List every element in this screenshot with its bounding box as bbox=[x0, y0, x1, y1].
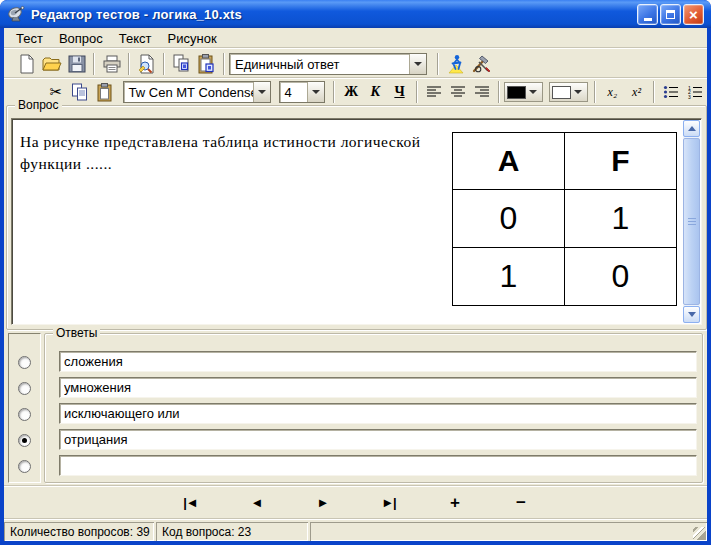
align-center-icon bbox=[450, 85, 466, 99]
italic-icon: К bbox=[371, 84, 381, 100]
subscript-button[interactable]: x₂ bbox=[600, 80, 624, 104]
print-button[interactable] bbox=[99, 52, 124, 76]
new-test-button[interactable] bbox=[14, 52, 39, 76]
run-test-icon bbox=[446, 54, 466, 74]
last-question-button[interactable]: ►| bbox=[375, 492, 403, 514]
question-scrollbar[interactable] bbox=[683, 120, 700, 323]
svg-text:3: 3 bbox=[688, 94, 691, 100]
font-color-swatch bbox=[507, 86, 526, 99]
app-window: Редактор тестов - логика_10.xts × Тест В… bbox=[0, 0, 711, 545]
maximize-button[interactable] bbox=[660, 4, 681, 25]
bullet-list-icon bbox=[663, 85, 679, 99]
answers-group-label: Ответы bbox=[53, 326, 100, 340]
answer-input-4[interactable] bbox=[59, 429, 697, 450]
status-question-code: Код вопроса: 23 bbox=[156, 522, 308, 541]
toolbar-separator bbox=[498, 81, 500, 103]
chevron-down-icon[interactable] bbox=[307, 82, 324, 102]
numbered-list-icon: 123 bbox=[687, 85, 703, 99]
answer-radio-5[interactable] bbox=[18, 460, 31, 473]
toolbar-separator bbox=[653, 81, 655, 103]
toolbar-separator bbox=[416, 81, 418, 103]
align-right-button[interactable] bbox=[470, 80, 494, 104]
chevron-down-icon[interactable] bbox=[253, 82, 270, 102]
scroll-up-button[interactable] bbox=[683, 120, 700, 137]
open-test-button[interactable] bbox=[39, 52, 64, 76]
align-center-button[interactable] bbox=[446, 80, 470, 104]
paste-button[interactable] bbox=[92, 80, 116, 104]
copy-question-icon bbox=[172, 54, 192, 74]
chevron-up-icon bbox=[688, 126, 696, 131]
answer-type-select[interactable]: Единичный ответ bbox=[229, 53, 427, 75]
answer-radio-4[interactable] bbox=[18, 434, 31, 447]
font-size-select[interactable]: 4 bbox=[279, 81, 325, 103]
minimize-button[interactable] bbox=[637, 4, 658, 25]
italic-button[interactable]: К bbox=[363, 80, 387, 104]
preview-page-icon bbox=[137, 54, 157, 74]
answer-radio-1[interactable] bbox=[18, 356, 31, 369]
menu-item-picture[interactable]: Рисунок bbox=[160, 29, 225, 48]
resize-grip[interactable] bbox=[693, 527, 706, 540]
copy-question-button[interactable] bbox=[169, 52, 194, 76]
prev-question-button[interactable]: ◄ bbox=[243, 492, 271, 514]
toolbar-separator bbox=[128, 53, 130, 75]
question-editor[interactable]: На рисунке представлена таблица истиност… bbox=[11, 118, 702, 325]
bold-button[interactable]: Ж bbox=[339, 80, 363, 104]
question-group-label: Вопрос bbox=[15, 98, 62, 112]
bold-icon: Ж bbox=[344, 84, 358, 100]
toolbar-separator bbox=[594, 81, 596, 103]
title-bar[interactable]: Редактор тестов - логика_10.xts × bbox=[0, 0, 711, 28]
first-question-button[interactable]: |◄ bbox=[177, 492, 205, 514]
scroll-down-button[interactable] bbox=[683, 306, 700, 323]
numbered-list-button[interactable]: 123 bbox=[683, 80, 707, 104]
next-question-button[interactable]: ► bbox=[309, 492, 337, 514]
truth-table-cell: 0 bbox=[453, 190, 565, 248]
align-left-icon bbox=[426, 85, 442, 99]
status-question-count: Количество вопросов: 39 bbox=[4, 522, 154, 541]
maximize-icon bbox=[666, 10, 675, 19]
bullet-list-button[interactable] bbox=[659, 80, 683, 104]
answer-input-2[interactable] bbox=[59, 377, 697, 398]
save-floppy-icon bbox=[68, 55, 86, 73]
preview-button[interactable] bbox=[134, 52, 159, 76]
truth-table-cell: 1 bbox=[453, 248, 565, 306]
align-left-button[interactable] bbox=[422, 80, 446, 104]
delete-question-button[interactable]: − bbox=[507, 492, 535, 514]
format-toolbar: ✂ Tw Cen MT Condensed 4 Ж К Ч bbox=[4, 78, 707, 105]
answer-radio-2[interactable] bbox=[18, 382, 31, 395]
answer-input-5[interactable] bbox=[59, 455, 697, 476]
answer-radio-panel bbox=[8, 333, 41, 483]
settings-tools-button[interactable] bbox=[468, 52, 493, 76]
toolbar-separator bbox=[437, 53, 439, 75]
close-icon: × bbox=[689, 7, 698, 22]
paste-icon bbox=[96, 83, 114, 102]
run-test-button[interactable] bbox=[443, 52, 468, 76]
highlight-color-button[interactable] bbox=[549, 82, 588, 102]
font-family-select[interactable]: Tw Cen MT Condensed bbox=[123, 81, 271, 103]
status-bar: Количество вопросов: 39 Код вопроса: 23 bbox=[4, 519, 707, 541]
menu-item-text[interactable]: Текст bbox=[111, 29, 160, 48]
subscript-icon: x₂ bbox=[608, 85, 618, 100]
highlight-color-swatch bbox=[552, 86, 571, 99]
toolbar-separator bbox=[223, 53, 225, 75]
answer-input-3[interactable] bbox=[59, 403, 697, 424]
underline-button[interactable]: Ч bbox=[387, 80, 411, 104]
window-title: Редактор тестов - логика_10.xts bbox=[31, 7, 637, 22]
save-test-button[interactable] bbox=[64, 52, 89, 76]
chevron-down-icon bbox=[688, 312, 696, 317]
font-color-button[interactable] bbox=[504, 82, 543, 102]
answer-input-1[interactable] bbox=[59, 351, 697, 372]
copy-button[interactable] bbox=[68, 80, 92, 104]
truth-table-cell: 1 bbox=[565, 190, 677, 248]
superscript-button[interactable]: x² bbox=[624, 80, 648, 104]
answer-radio-3[interactable] bbox=[18, 408, 31, 421]
answer-type-value: Единичный ответ bbox=[230, 54, 409, 74]
menu-item-question[interactable]: Вопрос bbox=[51, 29, 111, 48]
menu-item-test[interactable]: Тест bbox=[8, 29, 51, 48]
add-question-button[interactable]: + bbox=[441, 492, 469, 514]
chevron-down-icon[interactable] bbox=[409, 54, 426, 74]
paste-question-button[interactable] bbox=[194, 52, 219, 76]
toolbar-separator bbox=[93, 53, 95, 75]
scrollbar-thumb[interactable] bbox=[683, 138, 700, 305]
close-button[interactable]: × bbox=[683, 4, 704, 25]
new-document-icon bbox=[18, 54, 36, 74]
